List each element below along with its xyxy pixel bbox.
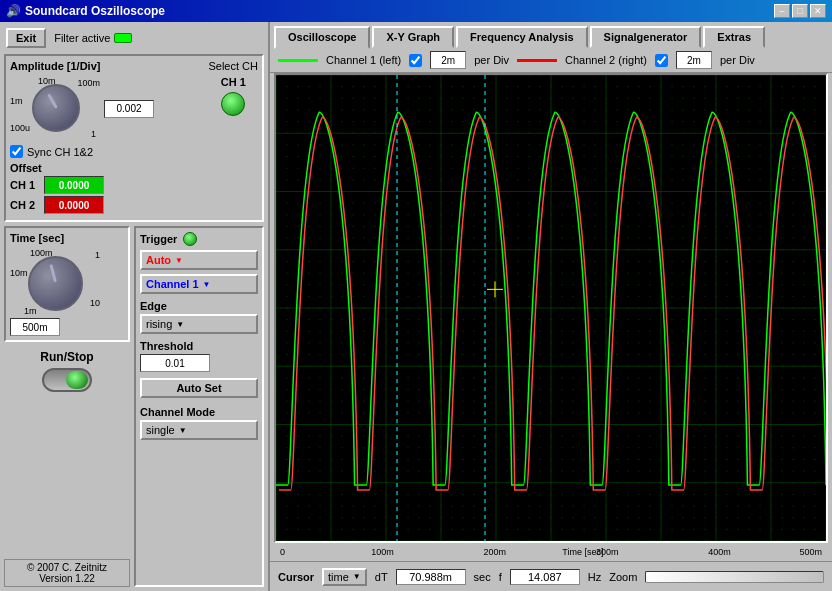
amp-label-1m: 1m	[10, 96, 23, 106]
channel-bar: Channel 1 (left) per Div Channel 2 (righ…	[270, 48, 832, 73]
x-axis-bar: 0 100m 200m Time [sec] 300m 400m 500m	[270, 543, 832, 561]
time-knob[interactable]	[28, 256, 83, 311]
time-title: Time [sec]	[10, 232, 124, 244]
tab-oscilloscope[interactable]: Oscilloscope	[274, 26, 370, 49]
sync-label: Sync CH 1&2	[27, 146, 93, 158]
oscilloscope-display[interactable]	[274, 73, 828, 543]
tab-xy-graph[interactable]: X-Y Graph	[372, 26, 454, 48]
x-tick-0: 0	[280, 547, 285, 557]
ch2-channel-label: Channel 2 (right)	[565, 54, 647, 66]
trigger-section: Trigger Auto ▼ Channel 1 ▼ Edge rising ▼…	[134, 226, 264, 587]
ch1-line-indicator	[278, 59, 318, 62]
time-label-10: 10	[90, 298, 100, 308]
ch1-led[interactable]	[221, 92, 245, 116]
main-container: Exit Filter active Amplitude [1/Div] 10m…	[0, 22, 832, 591]
status-bar: Cursor time ▼ dT 70.988m sec f 14.087 Hz…	[270, 561, 832, 591]
cursor-label: Cursor	[278, 571, 314, 583]
amp-label-1: 1	[91, 129, 96, 139]
amplitude-title: Amplitude [1/Div]	[10, 60, 202, 72]
ch1-label: CH 1	[221, 76, 246, 88]
x-tick-300m: 300m	[596, 547, 619, 557]
dt-unit: sec	[474, 571, 491, 583]
offset-title: Offset	[10, 162, 258, 174]
filter-led	[114, 33, 132, 43]
amplitude-section: Amplitude [1/Div] 10m 100m 1m 100u 1	[4, 54, 264, 222]
amplitude-value-input[interactable]	[104, 100, 154, 118]
x-tick-400m: 400m	[708, 547, 731, 557]
ch2-line-indicator	[517, 59, 557, 62]
tab-frequency[interactable]: Frequency Analysis	[456, 26, 588, 48]
amp-label-100u: 100u	[10, 123, 30, 133]
sync-row: Sync CH 1&2	[10, 145, 258, 158]
run-stop-section: Run/Stop	[4, 350, 130, 392]
trigger-mode-dropdown[interactable]: Auto ▼	[140, 250, 258, 270]
window-title: 🔊 Soundcard Oszilloscope	[6, 4, 165, 18]
edge-dropdown[interactable]: rising ▼	[140, 314, 258, 334]
ch2-perdiv-unit: per Div	[720, 54, 755, 66]
exit-button[interactable]: Exit	[6, 28, 46, 48]
time-value-input[interactable]	[10, 318, 60, 336]
ch1-visible-checkbox[interactable]	[409, 54, 422, 67]
trigger-title: Trigger	[140, 233, 177, 245]
threshold-label: Threshold	[140, 340, 258, 352]
run-stop-indicator	[66, 371, 88, 389]
select-ch-label: Select CH	[208, 60, 258, 72]
osc-canvas	[276, 75, 826, 541]
x-tick-200m: 200m	[484, 547, 507, 557]
time-label-1: 1	[95, 250, 100, 260]
zoom-label: Zoom	[609, 571, 637, 583]
ch2-visible-checkbox[interactable]	[655, 54, 668, 67]
trigger-channel-dropdown[interactable]: Channel 1 ▼	[140, 274, 258, 294]
ch1-perdiv-input[interactable]	[430, 51, 466, 69]
amp-label-100m: 100m	[77, 78, 100, 88]
ch1-offset-input[interactable]	[44, 176, 104, 194]
trigger-led	[183, 232, 197, 246]
dt-value: 70.988m	[396, 569, 466, 585]
time-section: Time [sec] 100m 1 10m 10 1m	[4, 226, 130, 342]
channel-mode-dropdown[interactable]: single ▼	[140, 420, 258, 440]
edge-label: Edge	[140, 300, 258, 312]
title-bar: 🔊 Soundcard Oszilloscope – □ ✕	[0, 0, 832, 22]
ch1-offset-label: CH 1	[10, 179, 40, 191]
auto-set-button[interactable]: Auto Set	[140, 378, 258, 398]
tab-signalgenerator[interactable]: Signalgenerator	[590, 26, 702, 48]
run-stop-toggle[interactable]	[42, 368, 92, 392]
dt-label: dT	[375, 571, 388, 583]
f-value: 14.087	[510, 569, 580, 585]
right-panel: Oscilloscope X-Y Graph Frequency Analysi…	[270, 22, 832, 591]
edge-arrow: ▼	[176, 320, 184, 329]
f-label: f	[499, 571, 502, 583]
x-tick-100m: 100m	[371, 547, 394, 557]
tab-extras[interactable]: Extras	[703, 26, 765, 48]
filter-indicator: Filter active	[54, 32, 132, 44]
channel-mode-arrow: ▼	[179, 426, 187, 435]
zoom-bar[interactable]	[645, 571, 824, 583]
left-panel: Exit Filter active Amplitude [1/Div] 10m…	[0, 22, 270, 591]
minimize-button[interactable]: –	[774, 4, 790, 18]
close-button[interactable]: ✕	[810, 4, 826, 18]
time-label-10m: 10m	[10, 268, 28, 278]
ch2-perdiv-input[interactable]	[676, 51, 712, 69]
bottom-left-row: Time [sec] 100m 1 10m 10 1m	[4, 226, 264, 587]
ch2-offset-input[interactable]	[44, 196, 104, 214]
trigger-mode-arrow: ▼	[175, 256, 183, 265]
filter-label: Filter active	[54, 32, 110, 44]
top-bar: Exit Filter active	[4, 26, 264, 50]
cursor-type-dropdown[interactable]: time ▼	[322, 568, 367, 586]
window-icon: 🔊	[6, 4, 21, 18]
time-runstop-col: Time [sec] 100m 1 10m 10 1m	[4, 226, 130, 587]
ch1-perdiv-unit: per Div	[474, 54, 509, 66]
ch2-offset-row: CH 2	[10, 196, 258, 214]
tabs-bar: Oscilloscope X-Y Graph Frequency Analysi…	[270, 22, 832, 48]
ch1-offset-row: CH 1	[10, 176, 258, 194]
f-unit: Hz	[588, 571, 601, 583]
amplitude-knob[interactable]	[32, 84, 80, 132]
maximize-button[interactable]: □	[792, 4, 808, 18]
run-stop-label: Run/Stop	[40, 350, 93, 364]
threshold-input[interactable]	[140, 354, 210, 372]
offset-section: Offset CH 1 CH 2	[10, 162, 258, 214]
select-ch-area: Select CH CH 1	[208, 60, 258, 116]
ch1-channel-label: Channel 1 (left)	[326, 54, 401, 66]
channel-mode-label: Channel Mode	[140, 406, 258, 418]
sync-checkbox[interactable]	[10, 145, 23, 158]
